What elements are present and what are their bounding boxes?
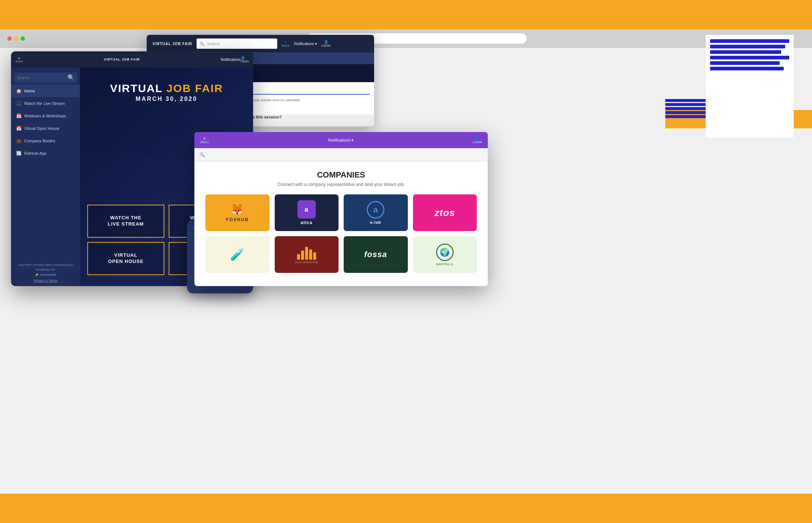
accordion-bars <box>297 245 316 260</box>
companies-content: COMPANIES Connect with a company represe… <box>194 161 488 282</box>
accordion-label: ACCORDION <box>295 260 319 264</box>
comp-search-icon: 🔍 <box>200 152 205 157</box>
sidebar-item-home-label: Home <box>24 89 35 93</box>
home-icon: 🏠 <box>16 88 21 94</box>
tile-watch-label: WATCH THELIVE STREAM <box>108 215 144 227</box>
search-input[interactable] <box>17 76 67 80</box>
potion-icon: 🧪 <box>230 248 245 262</box>
desktop-search-bar[interactable]: 🔍 Search <box>197 39 277 49</box>
atica-label: atica <box>301 220 312 225</box>
bottom-bar <box>0 494 812 523</box>
window-controls <box>7 36 25 41</box>
foxhub-label: FOXHUB <box>226 217 249 222</box>
user-icon: 👤 <box>324 40 328 44</box>
sidebar-item-watch-label: Watch the Live Stream <box>24 101 65 106</box>
company-foxhub[interactable]: 🦊 FOXHUB <box>205 194 270 231</box>
bar-1 <box>297 254 300 260</box>
company-potion[interactable]: 🧪 <box>205 236 270 273</box>
sidebar-item-watch[interactable]: 🎧 Watch the Live Stream <box>11 97 80 110</box>
desktop-search-icon: 🔍 <box>200 41 205 46</box>
company-accordion[interactable]: ACCORDION <box>275 236 339 273</box>
tile-openhouse-label: VIRTUALOPEN HOUSE <box>108 252 144 265</box>
back-arrow-icon: ← <box>284 40 288 44</box>
desktop-search-text: Search <box>207 41 274 46</box>
company-ztos[interactable]: ztos <box>413 194 477 231</box>
sidebar-item-booths-label: Company Booths <box>24 139 55 143</box>
notifications-button[interactable]: Notifications <box>221 58 241 62</box>
companies-header: ≡ MENU Notifications ▾ 👤 LOGIN <box>194 132 488 148</box>
line-2 <box>710 45 785 48</box>
update-text: LAST APP UPDATE WAS 2 HOURS AGO <box>15 263 76 267</box>
sidebar-item-webinars-label: Webinars & Workshops <box>24 114 66 118</box>
sidebar-nav: 🏠 Home 🎧 Watch the Live Stream 📅 Webinar… <box>11 85 80 260</box>
comp-user-icon: 👤 <box>475 136 480 140</box>
sidebar-item-refresh[interactable]: 🔄 Refresh App <box>11 147 80 160</box>
bar-2 <box>301 250 304 260</box>
bar-5 <box>313 252 316 260</box>
sidebar-item-home[interactable]: 🏠 Home <box>11 85 80 97</box>
earth-circle: 🌍 <box>436 244 454 261</box>
sidebar: 🔍 🏠 Home 🎧 Watch the Live Stream 📅 Webin… <box>11 67 80 286</box>
top-bar <box>0 0 812 29</box>
menu-icon[interactable]: ≡ MENU <box>15 56 23 63</box>
app-header: ≡ MENU VIRTUAL JOB FAIR Notifications 👤 … <box>11 51 253 67</box>
search-icon: 🔍 <box>67 74 75 81</box>
desktop-header: VIRTUAL JOB FAIR 🔍 Search ← BACK Notific… <box>147 35 374 52</box>
bar-4 <box>309 249 312 260</box>
screenshot-companies: ≡ MENU Notifications ▾ 👤 LOGIN 🔍 COMPANI… <box>194 132 488 286</box>
tile-openhouse[interactable]: VIRTUALOPEN HOUSE <box>87 242 164 275</box>
minimize-dot[interactable] <box>14 36 18 41</box>
calendar-icon: 📅 <box>16 113 21 118</box>
sidebar-item-webinars[interactable]: 📅 Webinars & Workshops <box>11 110 80 122</box>
sidebar-item-openhouse-label: Virtual Open House <box>24 126 59 131</box>
tile-watch[interactable]: WATCH THELIVE STREAM <box>87 205 164 238</box>
alab-logo: a <box>367 201 384 219</box>
earth-label: EARTH2.0 <box>436 263 453 266</box>
companies-search[interactable]: 🔍 <box>194 148 488 161</box>
alab-label: a-lab <box>370 220 381 224</box>
line-4 <box>710 56 789 59</box>
hero-title-yellow: JOB FAIR <box>167 82 223 94</box>
calendar2-icon: 📅 <box>16 126 21 131</box>
sidebar-item-openhouse[interactable]: 📅 Virtual Open House <box>11 122 80 135</box>
desktop-brand: VIRTUAL JOB FAIR <box>153 42 192 46</box>
company-earth[interactable]: 🌍 EARTH2.0 <box>413 236 477 273</box>
hero-date: MARCH 30, 2020 <box>80 96 253 102</box>
login-button[interactable]: 👤 LOGIN <box>241 56 249 63</box>
companies-title: COMPANIES <box>205 170 477 180</box>
line-3 <box>710 50 781 54</box>
browser-bar <box>0 29 812 48</box>
briefcase-icon: 💼 <box>16 138 21 143</box>
companies-menu-icon[interactable]: ≡ MENU <box>200 136 209 144</box>
sidebar-footer: LAST APP UPDATE WAS 2 HOURS AGO POWERED … <box>11 260 80 286</box>
close-dot[interactable] <box>7 36 12 41</box>
refresh-icon: 🔄 <box>16 151 21 156</box>
companies-login[interactable]: 👤 LOGIN <box>473 136 482 144</box>
headphones-icon: 🎧 <box>16 101 21 106</box>
bar-3 <box>305 247 308 260</box>
company-grid: 🦊 FOXHUB a atica a a-lab <box>205 194 477 273</box>
powered-by-label: POWERED BY <box>15 268 76 271</box>
maximize-dot[interactable] <box>21 36 25 41</box>
line-6 <box>710 67 784 70</box>
desktop-login[interactable]: 👤 LOGIN <box>321 40 330 47</box>
ztos-label: ztos <box>435 207 455 219</box>
company-alab[interactable]: a a-lab <box>344 194 408 231</box>
foxhub-icon: 🦊 <box>231 204 244 216</box>
companies-notifications[interactable]: Notifications ▾ <box>328 138 354 143</box>
fossa-label: fossa <box>364 250 387 259</box>
hero-title: VIRTUAL JOB FAIR <box>80 82 253 94</box>
back-button[interactable]: ← BACK <box>282 40 290 47</box>
search-bar[interactable]: 🔍 <box>14 73 77 83</box>
atica-logo: a <box>297 200 316 219</box>
eventmobi-logo: ⚡ eventmobi <box>15 273 76 277</box>
app-title: VIRTUAL JOB FAIR <box>23 58 221 61</box>
sidebar-item-booths[interactable]: 💼 Company Booths <box>11 135 80 147</box>
desktop-notifications[interactable]: Notifications ▾ <box>294 42 317 46</box>
hero-text: VIRTUAL JOB FAIR MARCH 30, 2020 <box>80 82 253 102</box>
company-atica[interactable]: a atica <box>275 194 339 231</box>
privacy-link[interactable]: Privacy & Terms <box>15 279 76 282</box>
company-fossa[interactable]: fossa <box>344 236 408 273</box>
hero-title-white: VIRTUAL <box>110 82 162 94</box>
hamburger-icon: ≡ <box>204 136 206 140</box>
